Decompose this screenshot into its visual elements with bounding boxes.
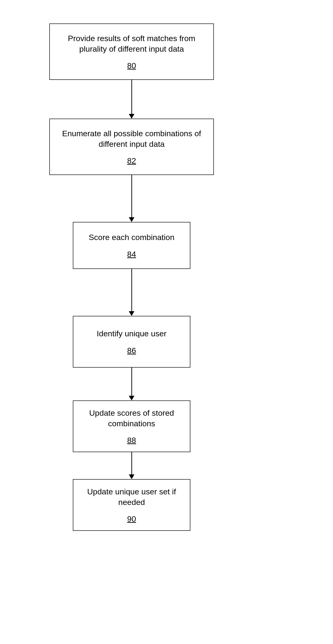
step-reference: 86: [127, 346, 136, 355]
step-text: Update scores of stored combinations: [79, 408, 184, 428]
step-reference: 90: [127, 514, 136, 524]
arrow-head-icon: [129, 474, 134, 479]
flowchart-step-6: Update unique user set if needed 90: [73, 479, 190, 531]
flowchart-step-4: Identify unique user 86: [73, 316, 190, 368]
flowchart-container: Provide results of soft matches from plu…: [38, 24, 226, 531]
arrow-line: [131, 368, 132, 396]
arrow-line: [131, 80, 132, 114]
arrow-line: [131, 452, 132, 474]
flowchart-step-3: Score each combination 84: [73, 222, 190, 269]
step-text: Score each combination: [89, 232, 175, 242]
arrow-connector: [129, 175, 134, 222]
flowchart-step-5: Update scores of stored combinations 88: [73, 400, 190, 452]
step-text: Update unique user set if needed: [79, 486, 184, 507]
arrow-head-icon: [129, 114, 134, 118]
arrow-head-icon: [129, 311, 134, 316]
step-reference: 82: [127, 156, 136, 165]
step-text: Identify unique user: [97, 328, 167, 339]
arrow-connector: [129, 80, 134, 118]
arrow-head-icon: [129, 217, 134, 222]
arrow-line: [131, 175, 132, 217]
flowchart-step-2: Enumerate all possible combinations of d…: [49, 118, 214, 175]
step-reference: 88: [127, 436, 136, 445]
flowchart-step-1: Provide results of soft matches from plu…: [49, 24, 214, 80]
arrow-connector: [129, 368, 134, 400]
arrow-line: [131, 269, 132, 311]
step-reference: 80: [127, 61, 136, 70]
arrow-head-icon: [129, 396, 134, 400]
arrow-connector: [129, 269, 134, 316]
step-text: Provide results of soft matches from plu…: [56, 33, 207, 54]
step-reference: 84: [127, 250, 136, 259]
arrow-connector: [129, 452, 134, 479]
step-text: Enumerate all possible combinations of d…: [56, 128, 207, 149]
